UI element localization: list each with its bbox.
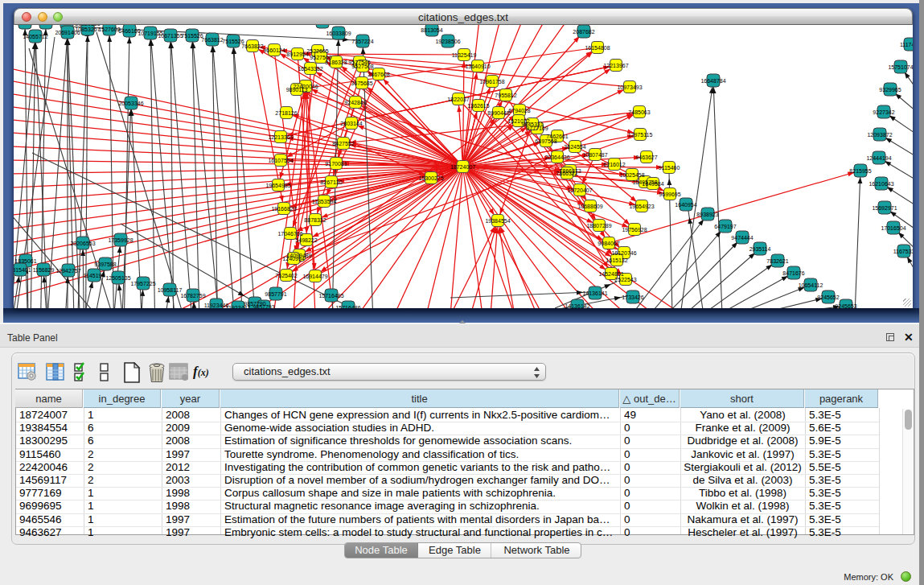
svg-text:7663822: 7663822 xyxy=(241,43,263,49)
svg-text:9845331: 9845331 xyxy=(521,122,543,127)
svg-text:16154808: 16154808 xyxy=(585,45,610,51)
svg-text:7663812: 7663812 xyxy=(201,37,223,43)
svg-text:15716485: 15716485 xyxy=(318,293,343,299)
svg-text:16107554: 16107554 xyxy=(268,158,293,163)
svg-text:9463627: 9463627 xyxy=(635,154,657,160)
svg-text:15716486: 15716486 xyxy=(335,305,360,309)
svg-text:7866322: 7866322 xyxy=(556,171,577,176)
svg-text:11353594: 11353594 xyxy=(312,199,337,204)
svg-text:8215955: 8215955 xyxy=(849,168,871,174)
svg-text:12505135: 12505135 xyxy=(105,275,130,281)
svg-text:1822037: 1822037 xyxy=(447,97,469,102)
svg-text:2522605: 2522605 xyxy=(306,48,328,54)
svg-text:9315401: 9315401 xyxy=(14,267,31,273)
svg-text:1167533: 1167533 xyxy=(893,249,913,254)
svg-text:20206553: 20206553 xyxy=(70,241,95,246)
svg-text:8267130: 8267130 xyxy=(320,179,342,185)
svg-text:7485063: 7485063 xyxy=(628,109,650,115)
svg-text:14055712: 14055712 xyxy=(23,34,47,39)
svg-text:8186328: 8186328 xyxy=(325,60,347,65)
svg-text:11325419: 11325419 xyxy=(452,52,477,58)
svg-text:20364436: 20364436 xyxy=(544,154,569,160)
svg-text:10958117: 10958117 xyxy=(158,287,183,293)
svg-text:1835061: 1835061 xyxy=(14,258,36,264)
svg-text:9329965: 9329965 xyxy=(879,87,901,93)
svg-text:2718126: 2718126 xyxy=(275,110,297,116)
svg-text:18807289: 18807289 xyxy=(586,223,611,229)
svg-text:6479197: 6479197 xyxy=(714,224,736,229)
svg-text:10807487: 10807487 xyxy=(582,152,607,158)
svg-text:9115460: 9115460 xyxy=(659,165,680,171)
svg-text:5498222: 5498222 xyxy=(295,237,317,243)
svg-text:17957225: 17957225 xyxy=(130,281,155,286)
svg-text:15300275: 15300275 xyxy=(418,175,443,181)
svg-text:8878332: 8878332 xyxy=(304,217,326,223)
svg-text:17016504: 17016504 xyxy=(881,225,906,231)
svg-text:19654923: 19654923 xyxy=(629,204,654,209)
svg-text:14136141: 14136141 xyxy=(582,290,607,296)
svg-text:7832621: 7832621 xyxy=(766,258,788,264)
svg-text:10853267: 10853267 xyxy=(75,27,100,32)
svg-text:15720407: 15720407 xyxy=(567,187,592,193)
svg-text:8813054: 8813054 xyxy=(421,27,442,33)
svg-text:2803144: 2803144 xyxy=(340,121,362,126)
svg-text:9242848: 9242848 xyxy=(344,100,366,105)
svg-text:10654112: 10654112 xyxy=(799,282,823,288)
svg-text:10973493: 10973493 xyxy=(617,84,642,90)
svg-text:16543382: 16543382 xyxy=(298,66,322,72)
svg-text:1615132: 1615132 xyxy=(606,257,627,263)
svg-text:9890113: 9890113 xyxy=(286,87,308,93)
svg-text:9699695: 9699695 xyxy=(659,192,680,197)
svg-text:1733426: 1733426 xyxy=(622,295,643,300)
svg-text:12213369: 12213369 xyxy=(268,134,293,140)
svg-text:8938923: 8938923 xyxy=(696,212,718,217)
svg-text:9245652: 9245652 xyxy=(817,295,839,300)
svg-text:9397588: 9397588 xyxy=(94,262,116,267)
svg-text:16648784: 16648784 xyxy=(700,78,725,84)
svg-text:10671355: 10671355 xyxy=(158,33,183,39)
svg-text:12942757: 12942757 xyxy=(55,268,80,274)
svg-text:19166829: 19166829 xyxy=(271,206,296,212)
svg-text:12213967: 12213967 xyxy=(603,63,628,68)
svg-text:9660124: 9660124 xyxy=(263,47,285,53)
svg-text:3624554: 3624554 xyxy=(564,144,585,150)
svg-text:3675685: 3675685 xyxy=(351,80,372,86)
svg-text:10688609: 10688609 xyxy=(577,204,602,209)
svg-text:10025458: 10025458 xyxy=(619,172,644,178)
svg-text:1527602: 1527602 xyxy=(98,27,120,32)
svg-text:7955812: 7955812 xyxy=(495,93,516,98)
svg-text:10961758: 10961758 xyxy=(479,79,504,84)
svg-text:2522543: 2522543 xyxy=(614,277,636,282)
svg-text:9474444: 9474444 xyxy=(731,235,753,241)
svg-text:8990448: 8990448 xyxy=(487,110,509,116)
svg-text:1145194: 1145194 xyxy=(84,273,105,278)
svg-text:9227342: 9227342 xyxy=(873,109,894,115)
svg-text:16914479: 16914479 xyxy=(302,274,327,279)
svg-text:8912954: 8912954 xyxy=(286,51,308,57)
svg-text:12975115: 12975115 xyxy=(628,132,653,138)
svg-text:9527508: 9527508 xyxy=(351,64,373,69)
svg-text:16210643: 16210643 xyxy=(869,181,893,187)
svg-text:12093872: 12093872 xyxy=(867,132,892,138)
svg-text:9857793: 9857793 xyxy=(253,304,274,309)
svg-text:9857791: 9857791 xyxy=(265,291,286,297)
svg-text:7625402: 7625402 xyxy=(275,273,297,278)
svg-text:19756928: 19756928 xyxy=(622,227,647,233)
svg-text:6794028: 6794028 xyxy=(508,108,530,113)
svg-text:17046766: 17046766 xyxy=(277,231,302,237)
svg-text:8471676: 8471676 xyxy=(782,270,804,276)
svg-text:1240994: 1240994 xyxy=(282,256,304,262)
svg-text:6497568: 6497568 xyxy=(535,138,556,144)
svg-text:1640954: 1640954 xyxy=(675,202,696,208)
svg-text:14136142: 14136142 xyxy=(565,303,589,309)
svg-text:19384554: 19384554 xyxy=(485,218,510,224)
svg-text:1117433: 1117433 xyxy=(900,42,913,47)
svg-text:16033809: 16033809 xyxy=(326,31,351,36)
svg-text:9170081: 9170081 xyxy=(325,161,347,167)
svg-text:2867608: 2867608 xyxy=(368,72,389,77)
svg-text:14524851: 14524851 xyxy=(598,271,623,277)
svg-text:16120746: 16120746 xyxy=(611,250,636,256)
svg-text:1156829: 1156829 xyxy=(33,267,55,273)
svg-text:19654985: 19654985 xyxy=(265,183,290,188)
svg-text:16782759: 16782759 xyxy=(180,293,205,299)
